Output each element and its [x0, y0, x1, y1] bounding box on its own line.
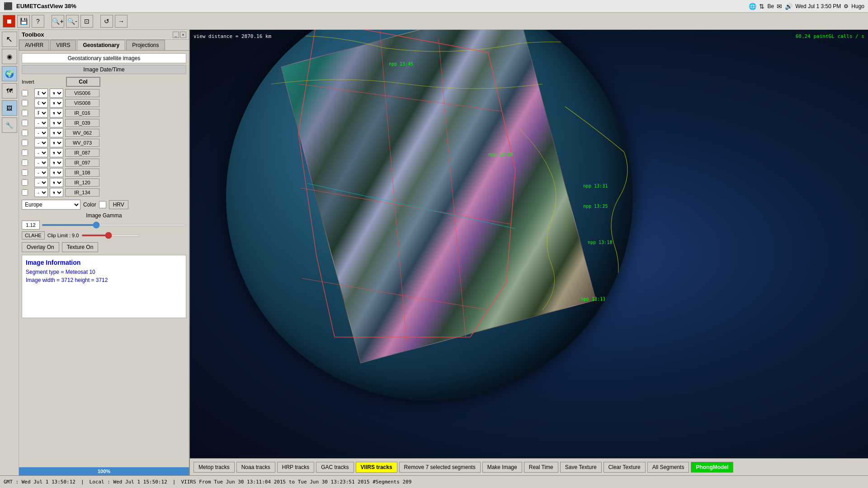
viirs-tracks-btn[interactable]: VIIRS tracks: [356, 462, 397, 473]
ch1-select[interactable]: G: [34, 99, 48, 108]
ch5-invert[interactable]: [22, 140, 28, 146]
metop-tracks-btn[interactable]: Metop tracks: [193, 462, 235, 473]
ch4-invert[interactable]: [22, 130, 28, 136]
ch3-drop[interactable]: ▾: [50, 118, 63, 127]
clahe-button[interactable]: CLAHE: [22, 231, 45, 239]
icon-panel: ↖ ◉ 🌍 🗺 🖼 🔧: [0, 30, 19, 475]
ch2-drop[interactable]: ▾: [50, 108, 63, 117]
hrv-button[interactable]: HRV: [109, 200, 128, 209]
image-tool[interactable]: 🖼: [2, 100, 17, 116]
ch6-drop[interactable]: ▾: [50, 148, 63, 157]
overlay-btn[interactable]: Overlay On: [22, 242, 59, 252]
tab-projections[interactable]: Projections: [126, 40, 165, 50]
tab-avhrr[interactable]: AVHRR: [19, 40, 49, 50]
ch8-drop[interactable]: ▾: [50, 168, 63, 177]
ch0-drop[interactable]: ▾: [50, 89, 63, 98]
clear-texture-btn[interactable]: Clear Texture: [604, 462, 646, 473]
svg-line-2: [316, 256, 335, 337]
ch3-invert[interactable]: [22, 120, 28, 126]
ch10-select[interactable]: -: [34, 188, 48, 197]
forward-btn[interactable]: →: [115, 15, 127, 28]
zoom-in-btn[interactable]: 🔍+: [52, 15, 64, 28]
gamma-slider[interactable]: [42, 224, 186, 226]
ch4-select[interactable]: -: [34, 128, 48, 137]
ch1-invert[interactable]: [22, 100, 28, 106]
globe-area[interactable]: npp 13:52 npp 13:45 npp 13:38 npp 13:31 …: [190, 30, 868, 475]
ch8-btn[interactable]: IR_108: [65, 169, 99, 177]
ch3-btn[interactable]: IR_039: [65, 119, 99, 127]
channels-list: B ▾ VIS006 G ▾ VIS008 R ▾ IR_016: [22, 89, 186, 197]
ch9-drop[interactable]: ▾: [50, 178, 63, 187]
cursor-tool[interactable]: ↖: [2, 32, 17, 47]
segment-type: Segment type = Meteosat 10: [26, 269, 182, 275]
ch6-btn[interactable]: IR_087: [65, 149, 99, 157]
ch0-btn[interactable]: VIS006: [65, 89, 99, 97]
ch9-invert[interactable]: [22, 179, 28, 186]
npp-label-6: npp 13:18: [588, 240, 612, 245]
toolbox-close[interactable]: ×: [180, 32, 186, 38]
phong-model-btn[interactable]: PhongModel: [691, 462, 733, 473]
real-time-btn[interactable]: Real Time: [524, 462, 558, 473]
ch6-invert[interactable]: [22, 150, 28, 156]
ch5-select[interactable]: -: [34, 138, 48, 147]
help-btn[interactable]: ?: [32, 15, 44, 28]
rotate-btn[interactable]: ↺: [100, 15, 113, 28]
select-tool[interactable]: ◉: [2, 49, 17, 64]
tab-viirs[interactable]: VIIRS: [50, 40, 76, 50]
stop-btn[interactable]: ⏹: [3, 15, 15, 28]
ch7-select[interactable]: -: [34, 158, 48, 167]
make-image-btn[interactable]: Make Image: [482, 462, 522, 473]
npp-label-5: npp 13:25: [583, 204, 608, 209]
map-tool[interactable]: 🗺: [2, 83, 17, 99]
ch3-select[interactable]: -: [34, 118, 48, 127]
wrench-tool[interactable]: 🔧: [2, 117, 17, 133]
gamma-input[interactable]: [22, 221, 40, 230]
ch0-invert[interactable]: [22, 90, 28, 96]
gac-tracks-btn[interactable]: GAC tracks: [316, 462, 354, 473]
ch7-btn[interactable]: IR_097: [65, 159, 99, 167]
ch1-btn[interactable]: VIS008: [65, 99, 99, 107]
ch8-invert[interactable]: [22, 169, 28, 176]
all-segments-btn[interactable]: All Segments: [647, 462, 689, 473]
zoom-out-btn[interactable]: 🔍-: [66, 15, 79, 28]
remove-segments-btn[interactable]: Remove 7 selected segments: [399, 462, 481, 473]
ch10-invert[interactable]: [22, 189, 28, 196]
texture-btn[interactable]: Texture On: [62, 242, 99, 252]
toolbox-panel: Toolbox _ × AVHRR VIIRS Geostationary Pr…: [19, 30, 190, 475]
sync-icon: ⇅: [759, 3, 764, 10]
ch4-btn[interactable]: WV_062: [65, 129, 99, 137]
gamma-label: Image Gamma: [22, 212, 186, 219]
overlay-row: Overlay On Texture On: [22, 242, 186, 252]
noaa-tracks-btn[interactable]: Noaa tracks: [236, 462, 275, 473]
ch7-drop[interactable]: ▾: [50, 158, 63, 167]
channel-header: Invert Col: [22, 77, 186, 87]
save-btn[interactable]: 💾: [17, 15, 30, 28]
ch7-invert[interactable]: [22, 160, 28, 166]
hrp-tracks-btn[interactable]: HRP tracks: [277, 462, 314, 473]
ch9-select[interactable]: -: [34, 178, 48, 187]
region-select[interactable]: Europe: [22, 200, 80, 210]
ch8-select[interactable]: -: [34, 168, 48, 177]
ch2-invert[interactable]: [22, 110, 28, 116]
globe-tool[interactable]: 🌍: [2, 66, 17, 81]
ch1-drop[interactable]: ▾: [50, 99, 63, 108]
ch6-select[interactable]: -: [34, 148, 48, 157]
ch5-btn[interactable]: WV_073: [65, 139, 99, 147]
save-texture-btn[interactable]: Save Texture: [560, 462, 602, 473]
clip-slider[interactable]: [81, 235, 140, 236]
tab-geostationary[interactable]: Geostationary: [77, 40, 125, 50]
ch2-btn[interactable]: IR_016: [65, 109, 99, 117]
ch10-drop[interactable]: ▾: [50, 188, 63, 197]
gamma-section: Image Gamma CLAHE Clip Limit : 9.0: [22, 212, 186, 239]
ch4-drop[interactable]: ▾: [50, 128, 63, 137]
ch9-btn[interactable]: IR_120: [65, 178, 99, 187]
toolbox-minimize[interactable]: _: [173, 32, 179, 38]
fit-btn[interactable]: ⊡: [80, 15, 93, 28]
col-button[interactable]: Col: [66, 77, 100, 87]
toolbox-title: Toolbox: [22, 31, 44, 38]
color-swatch[interactable]: [99, 201, 106, 208]
ch2-select[interactable]: R: [34, 108, 48, 117]
ch5-drop[interactable]: ▾: [50, 138, 63, 147]
ch10-btn[interactable]: IR_134: [65, 188, 99, 197]
ch0-select[interactable]: B: [34, 89, 48, 98]
